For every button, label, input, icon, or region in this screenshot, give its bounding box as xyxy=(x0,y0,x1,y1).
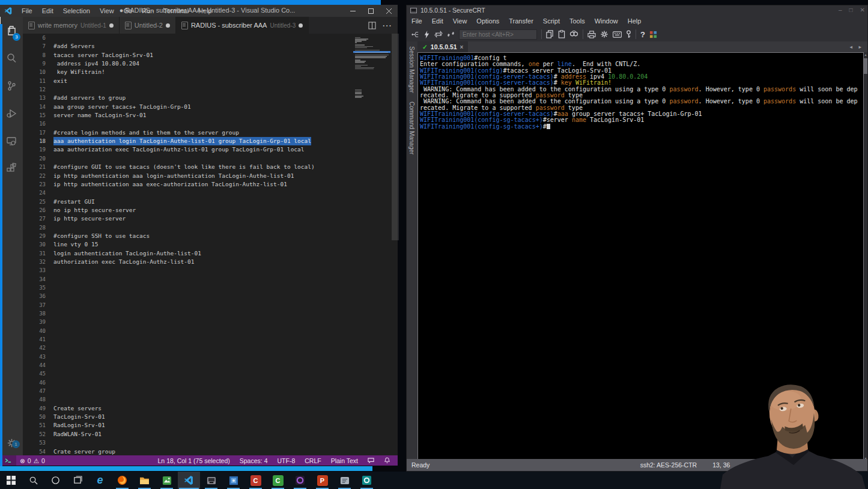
code-line-10[interactable]: 10 key WiFitrain! xyxy=(23,68,353,76)
camtasia-recorder-icon[interactable]: C xyxy=(244,472,267,489)
language-mode[interactable]: Plain Text xyxy=(331,457,358,464)
file-explorer-icon[interactable] xyxy=(133,472,156,489)
crt-menu-view[interactable]: View xyxy=(448,16,472,26)
key-icon[interactable] xyxy=(626,30,631,38)
editor-scrollbar[interactable] xyxy=(392,34,399,240)
code-line-34[interactable]: 34 xyxy=(23,275,353,284)
code-line-43[interactable]: 43 xyxy=(23,353,353,361)
enter-host-input[interactable] xyxy=(459,29,537,40)
activity-extensions-icon[interactable] xyxy=(0,155,23,183)
code-line-47[interactable]: 47 xyxy=(23,387,353,395)
menu-edit[interactable]: Edit xyxy=(38,6,58,16)
vscode-close-button[interactable] xyxy=(380,5,398,17)
code-line-40[interactable]: 40 xyxy=(23,327,353,335)
code-line-39[interactable]: 39 xyxy=(23,318,353,326)
help-icon[interactable]: ? xyxy=(640,30,645,39)
crt-menu-file[interactable]: File xyxy=(407,16,427,26)
paste-icon[interactable] xyxy=(558,30,565,38)
crt-menu-edit[interactable]: Edit xyxy=(427,16,448,26)
code-line-41[interactable]: 41 xyxy=(23,335,353,344)
notifications-bell-icon[interactable] xyxy=(384,457,390,464)
code-line-24[interactable]: 24 xyxy=(23,189,353,197)
code-line-20[interactable]: 20 xyxy=(23,154,353,163)
app-grid-icon[interactable] xyxy=(649,31,657,38)
powerpoint-icon[interactable]: P xyxy=(311,472,333,489)
unsaved-dot-icon[interactable] xyxy=(166,23,170,28)
remote-indicator-icon[interactable] xyxy=(0,455,16,466)
code-line-54[interactable]: 54Crate server group xyxy=(23,448,353,456)
code-line-36[interactable]: 36 xyxy=(23,292,353,300)
code-line-27[interactable]: 27ip http secure-server xyxy=(23,214,353,223)
activity-source-control-icon[interactable] xyxy=(0,72,23,100)
session-tab-10.5.0.51[interactable]: ✓ 10.5.0.51 × xyxy=(417,41,468,52)
code-line-37[interactable]: 37 xyxy=(23,301,353,309)
session-tab-close-icon[interactable]: × xyxy=(460,44,464,50)
code-line-16[interactable]: 16 xyxy=(23,120,353,128)
activity-explorer-icon[interactable]: 3 xyxy=(0,17,23,44)
code-line-8[interactable]: 8tacacs server TacLogin-Srv-01 xyxy=(23,51,353,59)
code-line-46[interactable]: 46 xyxy=(23,378,353,387)
start-button[interactable] xyxy=(0,472,22,489)
code-line-13[interactable]: 13#add servers to group xyxy=(23,94,353,102)
keymap-icon[interactable] xyxy=(613,31,622,38)
snagit-icon[interactable] xyxy=(356,472,378,489)
code-line-19[interactable]: 19aaa authorization exec TacLogin-Authz-… xyxy=(23,145,353,154)
tab-scroll-arrows[interactable]: ◂ ▸ xyxy=(849,44,867,50)
menu-file[interactable]: File xyxy=(17,6,37,16)
quick-connect-icon[interactable] xyxy=(423,31,430,38)
image-editor-icon[interactable] xyxy=(156,472,178,489)
disconnect-icon[interactable] xyxy=(447,31,455,38)
menu-selection[interactable]: Selection xyxy=(59,6,94,16)
code-line-21[interactable]: 21#configure GUI to use tacacs (doesn't … xyxy=(23,163,353,171)
photos-icon[interactable] xyxy=(222,472,244,489)
reconnect-icon[interactable] xyxy=(434,31,443,38)
code-line-52[interactable]: 52RadWLAN-Srv-01 xyxy=(23,430,353,439)
code-line-35[interactable]: 35 xyxy=(23,284,353,292)
session-manager-tab[interactable]: Session Manager xyxy=(408,46,415,93)
indentation[interactable]: Spaces: 4 xyxy=(240,457,268,464)
comms-app-icon[interactable] xyxy=(333,472,356,489)
crt-menu-help[interactable]: Help xyxy=(623,16,646,26)
vscode-maximize-button[interactable] xyxy=(362,5,380,17)
crt-menu-window[interactable]: Window xyxy=(590,16,623,26)
code-line-7[interactable]: 7#add Servers xyxy=(23,42,353,50)
code-line-42[interactable]: 42 xyxy=(23,344,353,352)
code-line-48[interactable]: 48 xyxy=(23,395,353,404)
activity-remote-explorer-icon[interactable] xyxy=(0,127,23,155)
code-line-50[interactable]: 50TacLogin-Srv-01 xyxy=(23,413,353,421)
unsaved-dot-icon[interactable] xyxy=(299,23,303,28)
feedback-icon[interactable] xyxy=(368,457,374,464)
code-line-33[interactable]: 33 xyxy=(23,266,353,275)
code-line-30[interactable]: 30line vty 0 15 xyxy=(23,240,353,249)
securecrt-close-button[interactable]: ✕ xyxy=(860,7,865,13)
options-icon[interactable] xyxy=(600,30,609,38)
code-line-23[interactable]: 23ip http authentication aaa exec-author… xyxy=(23,180,353,189)
code-line-14[interactable]: 14aaa group server tacacs+ TacLogin-Grp-… xyxy=(23,103,353,111)
securecrt-maximize-button[interactable]: □ xyxy=(849,7,853,13)
code-line-49[interactable]: 49Create servers xyxy=(23,404,353,413)
cursor-position[interactable]: Ln 18, Col 1 (75 selected) xyxy=(158,457,230,464)
task-view-button[interactable] xyxy=(67,472,89,489)
code-line-25[interactable]: 25#restart GUI xyxy=(23,198,353,206)
securecrt-icon[interactable] xyxy=(200,472,222,489)
securecrt-minimize-button[interactable]: – xyxy=(839,7,842,13)
code-line-44[interactable]: 44 xyxy=(23,361,353,369)
editor-tab-radius-subscriber-aaa[interactable]: RADIUS - subscriber AAAUntitled-3 xyxy=(176,17,309,34)
more-actions-icon[interactable]: ⋯ xyxy=(382,20,392,31)
code-line-11[interactable]: 11exit xyxy=(23,77,353,85)
code-line-26[interactable]: 26no ip http secure-server xyxy=(23,206,353,214)
securecrt-titlebar[interactable]: 10.5.0.51 - SecureCRT – □ ✕ xyxy=(407,5,867,15)
code-line-29[interactable]: 29#configure SSH to use tacacs xyxy=(23,232,353,240)
code-line-51[interactable]: 51RadLogin-Srv-01 xyxy=(23,421,353,430)
scroll-up-icon[interactable]: ▲ xyxy=(864,52,867,57)
crt-menu-tools[interactable]: Tools xyxy=(565,16,590,26)
copy-icon[interactable] xyxy=(546,30,554,38)
session-manager-icon[interactable] xyxy=(411,31,419,38)
command-manager-tab[interactable]: Command Manager xyxy=(408,102,415,154)
crt-menu-script[interactable]: Script xyxy=(538,16,565,26)
code-line-6[interactable]: 6 xyxy=(23,34,353,42)
code-line-17[interactable]: 17#create login methods and tie them to … xyxy=(23,129,353,137)
activity-search-icon[interactable] xyxy=(0,44,23,72)
code-line-22[interactable]: 22ip http authentication aaa login-authe… xyxy=(23,172,353,180)
camtasia-icon[interactable]: C xyxy=(267,472,289,489)
